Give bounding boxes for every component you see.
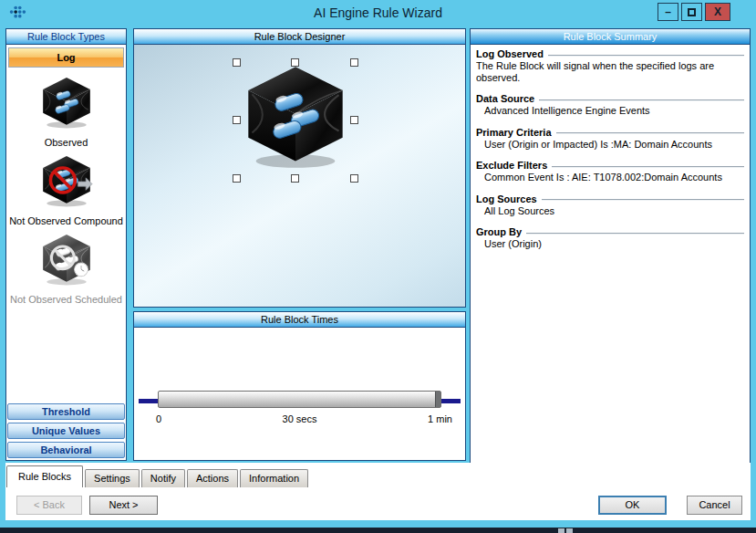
selection-handle[interactable]: [350, 116, 358, 124]
selection-handle[interactable]: [291, 174, 299, 183]
summary-section-body: The Rule Block will signal when the spec…: [476, 60, 744, 83]
unique-values-category-button[interactable]: Unique Values: [7, 423, 125, 439]
back-button: < Back: [16, 496, 82, 515]
bottom-strip: Rule Blocks Settings Notify Actions Info…: [5, 463, 751, 520]
section-divider: [539, 99, 744, 101]
threshold-category-button[interactable]: Threshold: [7, 403, 125, 420]
rule-block-types-panel: Rule Block Types Log Observed Not Observ…: [5, 28, 127, 461]
rule-block-times-body: 0 30 secs 1 min: [134, 328, 465, 460]
rule-block-designer-header: Rule Block Designer: [134, 29, 465, 45]
selection-handle[interactable]: [233, 58, 241, 67]
summary-section: Data Source Advanced Intelligence Engine…: [476, 93, 744, 117]
log-category-button[interactable]: Log: [8, 47, 124, 68]
minimize-button[interactable]: –: [658, 3, 678, 21]
section-divider: [556, 132, 744, 134]
titlebar: AI Engine Rule Wizard – X: [0, 0, 756, 25]
selection-handle[interactable]: [233, 116, 241, 124]
ai-engine-rule-wizard-window: AI Engine Rule Wizard – X Rule Block Typ…: [0, 0, 756, 528]
cancel-button[interactable]: Cancel: [687, 496, 742, 515]
maximize-icon: [688, 8, 696, 16]
summary-section-title: Log Sources: [476, 193, 537, 204]
rule-block-summary-panel: Rule Block Summary Log Observed The Rule…: [470, 28, 751, 464]
summary-section-title: Log Observed: [476, 48, 544, 59]
ok-button[interactable]: OK: [598, 496, 667, 515]
window-title: AI Engine Rule Wizard: [0, 5, 756, 20]
summary-section: Log Sources All Log Sources: [476, 193, 744, 217]
wizard-tabs: Rule Blocks Settings Notify Actions Info…: [6, 463, 310, 487]
not-observed-compound-cube-icon: [36, 153, 97, 210]
designer-canvas[interactable]: [134, 45, 465, 307]
section-divider: [548, 55, 744, 57]
selection-handle[interactable]: [350, 174, 358, 183]
tick-end-label: 1 min: [428, 413, 452, 424]
rule-block-type-list: Observed Not Observed Compound: [6, 69, 126, 402]
behavioral-category-button[interactable]: Behavioral: [7, 442, 125, 458]
selection-handle[interactable]: [233, 174, 241, 183]
category-buttons: Threshold Unique Values Behavioral: [6, 402, 126, 460]
rule-block-times-panel: Rule Block Times 0 30 secs 1 min: [133, 311, 466, 461]
type-item-not-observed-scheduled: Not Observed Scheduled: [6, 232, 126, 305]
maximize-button[interactable]: [681, 3, 702, 21]
summary-section-body: User (Origin): [476, 238, 744, 250]
close-icon: X: [714, 5, 721, 18]
close-button[interactable]: X: [705, 3, 730, 21]
selection-handle[interactable]: [291, 58, 299, 67]
section-divider: [542, 199, 744, 201]
summary-section-body: User (Origin or Impacted) Is :MA: Domain…: [476, 139, 744, 151]
rule-block-times-header: Rule Block Times: [134, 312, 465, 328]
tab-settings[interactable]: Settings: [85, 469, 140, 487]
rule-block-designer-panel: Rule Block Designer: [133, 28, 466, 308]
taskbar-fragment: [558, 528, 573, 533]
summary-section-body: Advanced Intelligence Engine Events: [476, 105, 744, 117]
summary-section-title: Group By: [476, 226, 522, 237]
summary-section: Log Observed The Rule Block will signal …: [476, 48, 744, 83]
log-observed-cube-icon: [36, 75, 97, 131]
rule-block-summary-header: Rule Block Summary: [471, 29, 750, 45]
summary-section: Exclude Filters Common Event Is : AIE: T…: [476, 160, 744, 183]
type-item-observed[interactable]: Observed: [6, 75, 126, 148]
summary-section: Primary Criteria User (Origin or Impacte…: [476, 127, 744, 151]
rule-block-types-header: Rule Block Types: [6, 29, 126, 45]
selection-handle[interactable]: [350, 58, 358, 67]
tick-mid-label: 30 secs: [134, 413, 465, 424]
summary-section-title: Primary Criteria: [476, 127, 552, 138]
summary-section-title: Exclude Filters: [476, 160, 547, 171]
selected-log-observed-cube[interactable]: [239, 61, 352, 174]
minimize-icon: –: [665, 5, 671, 18]
type-item-label: Observed: [6, 137, 126, 148]
tab-rule-blocks[interactable]: Rule Blocks: [6, 465, 83, 487]
next-button[interactable]: Next >: [89, 496, 158, 515]
type-item-label: Not Observed Compound: [6, 215, 126, 226]
summary-section: Group By User (Origin): [476, 226, 744, 250]
tab-information[interactable]: Information: [240, 469, 308, 487]
desktop-background: [0, 528, 756, 533]
tab-notify[interactable]: Notify: [141, 469, 185, 487]
summary-section-body: All Log Sources: [476, 205, 744, 217]
section-divider: [552, 166, 744, 168]
section-divider: [526, 233, 744, 235]
not-observed-scheduled-cube-icon: [36, 232, 97, 288]
rule-block-summary-body: Log Observed The Rule Block will signal …: [471, 45, 750, 250]
summary-section-title: Data Source: [476, 93, 534, 104]
tab-actions[interactable]: Actions: [187, 469, 238, 487]
type-item-not-observed-compound[interactable]: Not Observed Compound: [6, 153, 126, 226]
summary-section-body: Common Event Is : AIE: T1078.002:Domain …: [476, 172, 744, 183]
time-range-slider[interactable]: [158, 391, 441, 408]
type-item-label: Not Observed Scheduled: [6, 294, 126, 305]
time-tick-labels: 0 30 secs 1 min: [134, 413, 465, 426]
